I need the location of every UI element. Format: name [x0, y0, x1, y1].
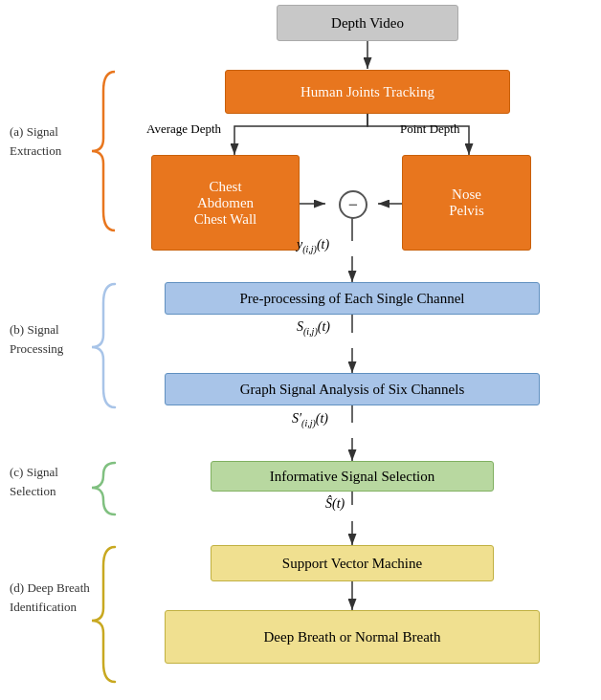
chest-box: Chest Abdomen Chest Wall	[151, 155, 300, 251]
human-joints-label: Human Joints Tracking	[300, 84, 434, 100]
informative-label: Informative Signal Selection	[270, 469, 434, 485]
label-b-text: (b) SignalProcessing	[10, 322, 63, 356]
y-ij-label: y(i,j)(t)	[297, 237, 329, 254]
diagram-container: Depth Video Human Joints Tracking Averag…	[0, 0, 601, 700]
nose-box: Nose Pelvis	[402, 155, 531, 251]
graph-signal-label: Graph Signal Analysis of Six Channels	[240, 382, 465, 398]
chest-label: Chest Abdomen Chest Wall	[194, 179, 257, 228]
preprocessing-box: Pre-processing of Each Single Channel	[165, 282, 540, 315]
deep-breath-label: Deep Breath or Normal Breath	[264, 629, 441, 645]
point-depth-label: Point Depth	[400, 121, 459, 137]
informative-box: Informative Signal Selection	[211, 461, 494, 492]
label-b: (b) SignalProcessing	[10, 320, 63, 358]
average-depth-label: Average Depth	[146, 121, 221, 137]
depth-video-box: Depth Video	[277, 5, 458, 41]
depth-video-label: Depth Video	[331, 15, 404, 32]
label-c: (c) SignalSelection	[10, 463, 58, 500]
label-c-text: (c) SignalSelection	[10, 465, 58, 498]
minus-circle: −	[339, 190, 367, 219]
svm-box: Support Vector Machine	[211, 545, 494, 581]
label-d: (d) Deep BreathIdentification	[10, 579, 90, 616]
label-a-text: (a) SignalExtraction	[10, 124, 61, 158]
label-a: (a) SignalExtraction	[10, 122, 61, 160]
label-d-text: (d) Deep BreathIdentification	[10, 580, 90, 614]
s-ij-label: S(i,j)(t)	[297, 319, 330, 337]
graph-signal-box: Graph Signal Analysis of Six Channels	[165, 373, 540, 405]
nose-label: Nose Pelvis	[449, 186, 484, 219]
preprocessing-label: Pre-processing of Each Single Channel	[240, 291, 465, 307]
svm-label: Support Vector Machine	[282, 556, 422, 572]
deep-breath-box: Deep Breath or Normal Breath	[165, 610, 540, 664]
s-hat-label: Ŝ(t)	[325, 496, 345, 512]
human-joints-box: Human Joints Tracking	[225, 70, 510, 114]
s-prime-label: S′(i,j)(t)	[292, 411, 328, 428]
